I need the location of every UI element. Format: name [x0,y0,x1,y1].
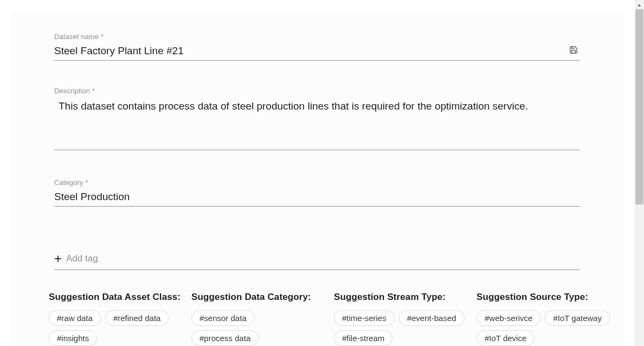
tag-chip-source-type[interactable]: #IoT device [476,330,534,346]
form-inner: Dataset name * Description * [11,11,623,346]
category-field: Category * [54,178,580,207]
suggestion-asset-class-title: Suggestion Data Asset Class: [49,292,182,303]
description-input[interactable] [54,98,580,150]
add-tag-field[interactable]: + Add tag [54,252,580,270]
tag-chip-asset-class[interactable]: #raw data [49,310,101,326]
suggestion-source-type-title: Suggestion Source Type: [476,292,615,303]
dataset-name-label: Dataset name * [54,33,580,41]
tag-chip-source-type[interactable]: #web-serivce [476,310,540,326]
tag-chip-data-category[interactable]: #sensor data [191,310,255,326]
tag-chip-asset-class[interactable]: #insights [49,330,97,346]
dataset-name-field: Dataset name * [54,33,580,61]
tag-chip-stream-type[interactable]: #time-series [334,310,395,326]
tag-chip-stream-type[interactable]: #event-based [399,310,465,326]
suggestions-row: Suggestion Data Asset Class: #raw data#r… [49,292,596,346]
scroll-area: Dataset name * Description * [0,0,626,346]
suggestion-asset-class-col: Suggestion Data Asset Class: #raw data#r… [49,292,182,346]
dataset-name-input[interactable] [54,44,580,61]
suggestion-source-type-chips: #web-serivce#IoT gateway#IoT device [476,310,615,346]
scrollbar-up-arrow[interactable]: ▴ [635,0,644,9]
category-input[interactable] [54,190,580,207]
suggestion-data-category-chips: #sensor data#process data#business data [191,310,324,346]
suggestion-stream-type-title: Suggestion Stream Type: [334,292,467,303]
form-card: Dataset name * Description * [11,11,623,346]
scrollbar-thumb[interactable] [635,9,643,204]
suggestion-stream-type-col: Suggestion Stream Type: #time-series#eve… [334,292,467,346]
suggestion-data-category-title: Suggestion Data Category: [191,292,324,303]
tag-chip-stream-type[interactable]: #file-stream [334,330,392,346]
suggestion-asset-class-chips: #raw data#refined data#insights [49,310,182,346]
tag-chip-asset-class[interactable]: #refined data [105,310,169,326]
plus-icon: + [54,252,62,265]
tag-chip-source-type[interactable]: #IoT gateway [545,310,610,326]
save-icon[interactable] [569,46,578,54]
description-label: Description * [54,87,580,95]
category-label: Category * [54,178,580,187]
suggestion-stream-type-chips: #time-series#event-based#file-stream [334,310,467,346]
suggestion-data-category-col: Suggestion Data Category: #sensor data#p… [191,292,324,346]
tag-chip-data-category[interactable]: #process data [191,330,259,346]
description-field: Description * [54,87,580,152]
add-tag-placeholder: Add tag [66,253,98,264]
suggestion-source-type-col: Suggestion Source Type: #web-serivce#IoT… [476,292,615,346]
app-viewport: Dataset name * Description * [0,0,644,346]
